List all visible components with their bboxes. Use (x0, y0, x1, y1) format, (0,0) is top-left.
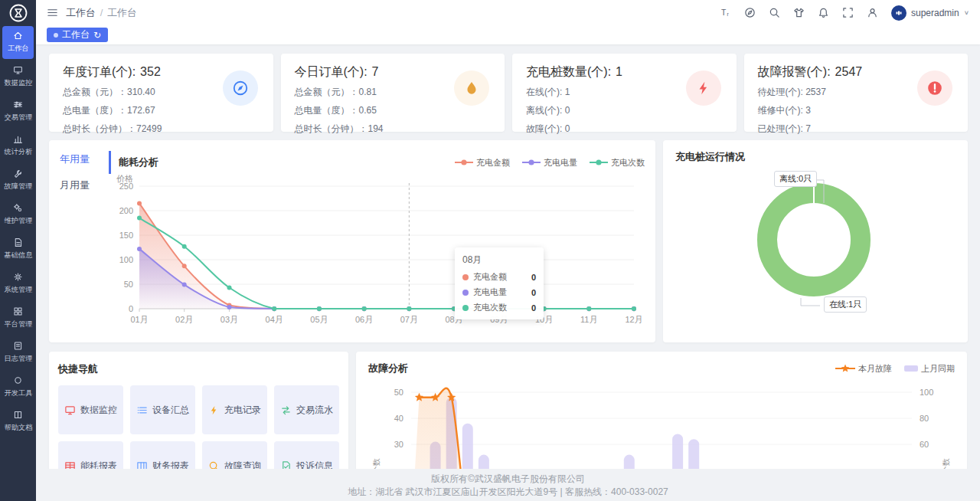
legend-marker-icon (590, 159, 608, 165)
document-icon (13, 237, 23, 247)
stat-cards-row: 年度订单(个):352总金额（元）：310.40总电量（度）：172.67总时长… (49, 54, 968, 132)
quick-nav-设备汇总[interactable]: 设备汇总 (130, 385, 195, 434)
quick-nav-数据监控[interactable]: 数据监控 (58, 385, 123, 434)
energy-period-tabs: 年用量月用量 (60, 152, 100, 205)
bar-swatch-icon (904, 364, 918, 373)
notification-icon[interactable] (818, 7, 829, 18)
legend-item-上月同期[interactable]: 上月同期 (904, 363, 955, 375)
transfer-icon (280, 404, 292, 416)
bell-icon (818, 7, 829, 18)
sidebar-item-label: 系统管理 (4, 285, 32, 295)
legend-item-充电金额[interactable]: 充电金额 (455, 157, 510, 169)
sidebar-item-故障管理[interactable]: 故障管理 (2, 164, 34, 197)
energy-tab-月用量[interactable]: 月用量 (60, 178, 100, 192)
sidebar-item-帮助文档[interactable]: 帮助文档 (2, 405, 34, 438)
legend-item-本月故障[interactable]: 本月故障 (835, 363, 892, 375)
quick-nav-交易流水[interactable]: 交易流水 (274, 385, 339, 434)
quick-nav-label: 充电记录 (224, 404, 261, 417)
tooltip-row: 充电金额0 (462, 271, 536, 283)
user-icon[interactable] (867, 7, 878, 18)
stat-line: 故障(个): 0 (526, 123, 723, 136)
gear-icon (13, 272, 23, 282)
quick-nav-label: 交易流水 (296, 404, 333, 417)
theme-icon[interactable] (793, 7, 805, 18)
breadcrumb-separator: / (100, 7, 103, 18)
fullscreen-icon[interactable] (842, 7, 854, 18)
energy-analysis-card: 年用量月用量 能耗分析 充电金额充电电量充电次数 050100150200250… (49, 140, 655, 342)
alert-icon (926, 80, 943, 97)
sidebar-item-开发工具[interactable]: 开发工具 (2, 371, 34, 404)
bolt-icon (695, 80, 712, 97)
log-icon (13, 341, 23, 351)
breadcrumb: 工作台 / 工作台 (47, 6, 137, 20)
svg-text:07月: 07月 (400, 315, 418, 324)
tools-icon (13, 375, 23, 385)
energy-tab-年用量[interactable]: 年用量 (60, 152, 100, 166)
monitor-icon (64, 404, 76, 416)
bar-chart-icon (13, 134, 23, 144)
tab-workbench[interactable]: 工作台 ↻ (47, 28, 108, 42)
quick-nav-充电记录[interactable]: 充电记录 (202, 385, 267, 434)
svg-text:30: 30 (394, 440, 403, 449)
svg-text:200: 200 (119, 206, 133, 215)
breadcrumb-item-first[interactable]: 工作台 (66, 7, 96, 18)
sidebar-item-维护管理[interactable]: 维护管理 (2, 198, 34, 231)
sidebar-item-平台管理[interactable]: 平台管理 (2, 302, 34, 335)
hourglass-logo-icon (8, 3, 28, 23)
collapse-menu-icon[interactable] (47, 7, 58, 18)
sidebar-item-数据监控[interactable]: 数据监控 (2, 61, 34, 93)
fault-card-header: 故障分析 本月故障上月同期 (368, 362, 955, 375)
online-count-label: 在线:1只 (824, 296, 867, 313)
copyright-text: 版权所有©武汉盛帆电子股份有限公司 (36, 473, 980, 486)
svg-text:40: 40 (394, 414, 403, 423)
compass-icon (232, 80, 249, 97)
font-size-icon[interactable]: Tr (720, 7, 731, 18)
quick-nav-label: 数据监控 (80, 404, 117, 417)
svg-text:100: 100 (119, 255, 133, 264)
home-icon (13, 31, 23, 41)
legend-item-充电电量[interactable]: 充电电量 (522, 157, 577, 169)
svg-text:03月: 03月 (220, 315, 238, 324)
chevron-down-icon: ∨ (964, 9, 969, 16)
tab-label: 工作台 (62, 28, 90, 41)
sidebar-item-label: 维护管理 (4, 216, 32, 226)
tooltip-row: 充电电量0 (462, 287, 536, 298)
font-size-icon: Tr (720, 7, 731, 18)
user-menu[interactable]: superadmin ∨ (891, 5, 969, 21)
sliders-icon (13, 100, 23, 110)
stat-value: 7 (372, 65, 379, 78)
tab-bar: 工作台 ↻ (36, 25, 980, 44)
svg-text:11月: 11月 (580, 315, 597, 324)
stat-line: 离线(个): 0 (526, 104, 723, 117)
book-icon (13, 410, 23, 420)
fullscreen-icon (842, 7, 854, 18)
guide-icon[interactable] (744, 7, 756, 18)
search-icon[interactable] (769, 7, 780, 18)
svg-text:80: 80 (920, 414, 929, 423)
legend-marker-icon (522, 159, 541, 165)
sidebar-item-基础信息[interactable]: 基础信息 (2, 233, 34, 266)
svg-text:50: 50 (394, 388, 403, 397)
main-content: 年度订单(个):352总金额（元）：310.40总电量（度）：172.67总时长… (36, 44, 980, 501)
svg-text:12月: 12月 (625, 315, 642, 324)
page-footer: 版权所有©武汉盛帆电子股份有限公司 地址：湖北省 武汉市江夏区庙山开发区阳光大道… (36, 469, 980, 501)
username: superadmin (911, 8, 959, 18)
address-text: 地址：湖北省 武汉市江夏区庙山开发区阳光大道9号 | 客服热线：400-033-… (36, 486, 980, 499)
refresh-icon[interactable]: ↻ (93, 31, 101, 40)
bolt-icon (208, 404, 220, 416)
sidebar-item-日志管理[interactable]: 日志管理 (2, 336, 34, 369)
charts-row: 年用量月用量 能耗分析 充电金额充电电量充电次数 050100150200250… (49, 140, 968, 342)
svg-text:04月: 04月 (266, 315, 283, 324)
pile-donut-chart[interactable] (663, 163, 943, 336)
sidebar-item-交易管理[interactable]: 交易管理 (2, 95, 34, 128)
svg-text:01月: 01月 (130, 315, 148, 324)
stat-line: 已处理(个): 7 (758, 123, 955, 136)
breadcrumb-item-second[interactable]: 工作台 (107, 7, 137, 18)
sidebar-item-系统管理[interactable]: 系统管理 (2, 267, 34, 300)
legend-item-充电次数[interactable]: 充电次数 (590, 157, 645, 169)
sidebar-item-工作台[interactable]: 工作台 (2, 26, 34, 59)
energy-chart[interactable]: 050100150200250价格01月02月03月04月05月06月07月08… (104, 174, 648, 338)
drop-icon (454, 70, 489, 106)
fault-legend: 本月故障上月同期 (835, 363, 955, 375)
sidebar-item-统计分析[interactable]: 统计分析 (2, 129, 34, 162)
